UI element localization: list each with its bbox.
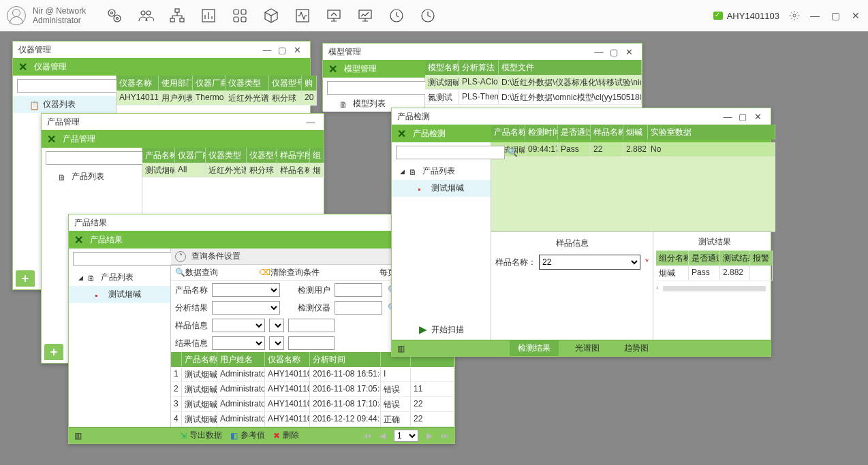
tab-detect-result[interactable]: 检测结果 (510, 340, 559, 356)
table-row[interactable]: 测试烟碱 09:44:17 Pass 22 2.882 No (491, 142, 775, 157)
maximize-icon[interactable]: ▢ (830, 10, 841, 21)
scroll-left-icon[interactable]: ‹ (656, 283, 659, 294)
product-icon: ▪ (95, 291, 104, 299)
table-row[interactable]: AHY1401103 用户列表 Thermo 近红外光谱仪 积分球 20 (117, 91, 317, 106)
device-status: AHY1401103 (713, 11, 779, 21)
close-icon[interactable]: ✕ (850, 10, 861, 21)
search-input[interactable] (17, 79, 126, 93)
prodname-combo[interactable] (212, 283, 280, 297)
monitor-up-icon[interactable] (326, 7, 342, 24)
user-label: 检测用户 (298, 285, 330, 296)
export-button[interactable]: ⇲导出数据 (180, 430, 222, 441)
svg-point-2 (111, 12, 113, 14)
layout-icon[interactable]: ▥ (74, 431, 82, 440)
tree-leaf-item[interactable]: ▪ 测试烟碱 (69, 286, 170, 303)
search-input[interactable] (46, 151, 155, 165)
page-last-icon[interactable]: ⏭ (441, 431, 449, 440)
settings-gear-icon[interactable] (106, 7, 123, 24)
org-tree-icon[interactable] (169, 7, 185, 24)
clock-icon[interactable] (420, 7, 436, 24)
sample-field-combo[interactable] (212, 319, 265, 332)
arrow-icon[interactable]: ◢ (78, 274, 83, 281)
table-row[interactable]: 测试烟碱 PLS-ACloud D:\近红外数据\仪器标准化\转移试验\nic-… (425, 75, 642, 90)
monitor-chart-icon[interactable] (357, 7, 373, 24)
table-header: 模型名称 分析算法 模型文件 (425, 60, 642, 75)
page-prev-icon[interactable]: ◀ (379, 431, 386, 440)
close-panel-icon[interactable]: ✕ (74, 234, 83, 246)
minimize-icon[interactable]: — (260, 44, 275, 56)
sample-name-combo[interactable]: 22 (539, 255, 640, 270)
minimize-icon[interactable]: — (809, 10, 820, 21)
maximize-icon[interactable]: ▢ (735, 110, 750, 123)
toolbar-icons (106, 7, 436, 24)
result-val-input[interactable] (288, 336, 335, 350)
delete-button[interactable]: ✖删除 (273, 430, 299, 441)
activity-icon[interactable] (294, 7, 311, 24)
search-input[interactable] (73, 252, 182, 266)
search-input[interactable] (396, 146, 505, 159)
chart-bar-icon[interactable] (200, 7, 217, 24)
tree-leaf-item[interactable]: ▪ 测试烟碱 (392, 180, 491, 197)
table-row[interactable]: 测试烟碱 All 近红外光谱仪 积分球 样品名称 烟 (142, 163, 324, 178)
search-input[interactable] (327, 81, 436, 95)
tree-root-item[interactable]: 🗎 产品列表 (42, 168, 142, 185)
close-panel-icon[interactable]: ✕ (18, 61, 27, 74)
modules-grid-icon[interactable] (232, 7, 248, 24)
close-panel-icon[interactable]: ✕ (47, 133, 56, 146)
table-row[interactable]: 4测试烟碱AdministratorAHY14011032016-12-12 0… (171, 412, 454, 427)
tree-root-item[interactable]: 📋 仪器列表 (13, 96, 116, 113)
tree-root-item[interactable]: ◢ 🗎 产品列表 (392, 163, 491, 180)
top-toolbar: Nir @ Network Administrator AHY1401103 —… (0, 0, 868, 31)
minimize-icon[interactable]: — (591, 46, 606, 58)
minimize-icon[interactable]: — (720, 110, 735, 123)
svg-rect-12 (234, 17, 238, 22)
table-row[interactable]: 1测试烟碱AdministratorAHY14011032016-11-08 1… (171, 367, 454, 382)
arrow-icon[interactable]: ◢ (400, 168, 405, 175)
table-row[interactable]: 3测试烟碱AdministratorAHY14011032016-11-08 1… (171, 397, 454, 412)
maximize-icon[interactable]: ▢ (275, 44, 290, 56)
layout-icon[interactable]: ▥ (397, 344, 405, 353)
sample-op-combo[interactable] (269, 319, 284, 332)
tab-spectrum[interactable]: 光谱图 (567, 340, 608, 356)
start-scan-button[interactable]: ▶ 开始扫描 (392, 323, 491, 336)
scroll-right-icon[interactable]: › (770, 283, 773, 294)
close-icon[interactable]: ✕ (290, 44, 305, 56)
analysis-combo[interactable] (212, 301, 280, 315)
tab-trend[interactable]: 趋势图 (616, 340, 657, 356)
clear-query-button[interactable]: ⌫清除查询条件 (259, 267, 320, 278)
maximize-icon[interactable]: ▢ (606, 46, 621, 58)
table-row[interactable]: 氮测试 PLS-Thermo D:\近红外数据\omnic模型\cl(yy150… (425, 90, 642, 105)
collapse-icon[interactable]: ˄ (175, 251, 186, 262)
result-op-combo[interactable] (269, 336, 284, 350)
table-row[interactable]: 烟碱 Pass 2.882 (656, 266, 773, 280)
table-header: 产品名称 仪器厂商 仪器类型 仪器型号 样品字段 组 (142, 148, 324, 163)
search-icon[interactable]: 🔍 (508, 146, 518, 159)
add-button[interactable]: + (44, 344, 63, 360)
close-icon[interactable]: ✕ (750, 110, 765, 123)
status-led-icon (713, 12, 723, 20)
users-icon[interactable] (138, 7, 154, 24)
tree-root-item[interactable]: ◢ 🗎 产品列表 (69, 269, 170, 286)
query-button[interactable]: 🔍数据查询 (175, 267, 218, 278)
close-panel-icon[interactable]: ✕ (328, 63, 337, 76)
cube-icon[interactable] (263, 7, 279, 24)
close-icon[interactable]: ✕ (621, 46, 636, 58)
result-field-combo[interactable] (212, 336, 265, 350)
user-input[interactable] (335, 283, 382, 297)
minimize-icon[interactable]: — (303, 116, 318, 128)
gear-icon[interactable] (789, 10, 800, 21)
page-first-icon[interactable]: ⏮ (363, 431, 371, 440)
table-row[interactable]: 2测试烟碱AdministratorAHY14011032016-11-08 1… (171, 382, 454, 397)
panel-title: 产品结果 (90, 234, 123, 246)
page-combo[interactable]: 1 (394, 430, 418, 442)
scrollbar[interactable] (663, 286, 766, 291)
sample-val-input[interactable] (288, 319, 335, 332)
reference-button[interactable]: ◧参考值 (230, 430, 265, 441)
instr-input[interactable] (335, 301, 382, 315)
svg-point-3 (117, 18, 119, 20)
refresh-icon[interactable] (388, 7, 405, 24)
model-mgmt-window: 模型管理 — ▢ ✕ ✕ 模型管理 🔍 🗎 模型列表 (322, 43, 642, 111)
page-next-icon[interactable]: ▶ (427, 431, 433, 440)
close-panel-icon[interactable]: ✕ (397, 127, 406, 140)
add-button[interactable]: + (16, 270, 35, 287)
